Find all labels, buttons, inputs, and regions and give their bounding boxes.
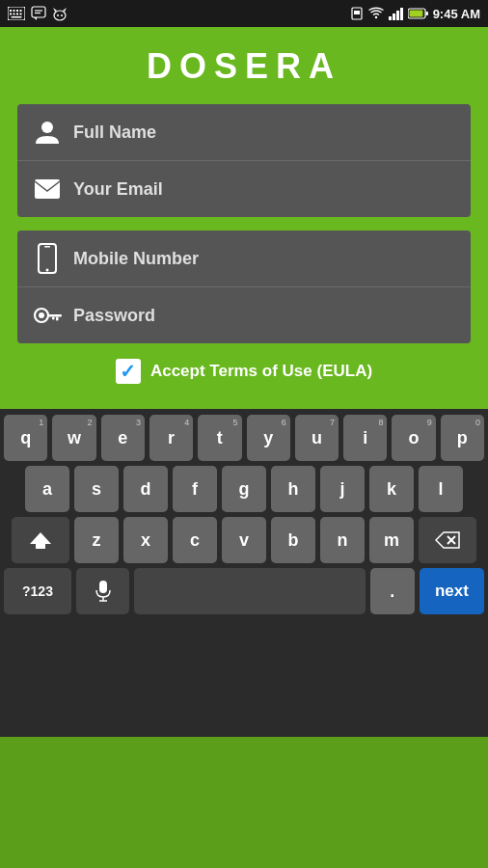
- svg-rect-2: [14, 10, 15, 12]
- svg-marker-38: [30, 532, 51, 549]
- mobile-field[interactable]: Mobile Number: [17, 231, 471, 287]
- svg-rect-3: [16, 10, 18, 12]
- key-c[interactable]: c: [173, 517, 217, 563]
- svg-rect-1: [10, 10, 12, 12]
- key-e[interactable]: e3: [101, 415, 145, 461]
- key-x[interactable]: x: [123, 517, 168, 563]
- keyboard-row-3: z x c v b n m: [4, 517, 484, 563]
- key-o[interactable]: o9: [392, 415, 435, 461]
- svg-rect-8: [20, 14, 22, 15]
- dot-key[interactable]: .: [370, 568, 415, 614]
- key-m[interactable]: m: [369, 517, 414, 563]
- key-q[interactable]: q1: [4, 415, 47, 461]
- key-n[interactable]: n: [320, 517, 365, 563]
- person-icon: [33, 118, 62, 147]
- svg-marker-11: [34, 17, 37, 20]
- battery-icon: [408, 8, 429, 19]
- mobile-label: Mobile Number: [73, 249, 199, 269]
- svg-point-32: [46, 269, 49, 272]
- chat-icon: [31, 6, 46, 21]
- password-field[interactable]: Password: [17, 287, 471, 343]
- sim-icon: [350, 7, 364, 20]
- svg-rect-41: [99, 581, 107, 593]
- key-b[interactable]: b: [271, 517, 315, 563]
- key-r[interactable]: r4: [149, 415, 193, 461]
- svg-rect-36: [56, 317, 59, 321]
- form-container: Full Name Your Email: [17, 104, 471, 343]
- key-u[interactable]: u7: [295, 415, 339, 461]
- checkbox-area[interactable]: ✓ Accept Terms of Use (EULA): [0, 343, 488, 393]
- svg-point-14: [54, 11, 66, 20]
- form-group-1: Full Name Your Email: [17, 104, 471, 217]
- shift-key[interactable]: [12, 517, 69, 563]
- svg-rect-4: [20, 10, 22, 12]
- backspace-key[interactable]: [419, 517, 476, 563]
- key-s[interactable]: s: [74, 466, 119, 512]
- mic-key[interactable]: [76, 568, 129, 614]
- svg-rect-22: [393, 14, 395, 20]
- key-t[interactable]: t5: [198, 415, 241, 461]
- cat-icon: [52, 6, 68, 21]
- email-field[interactable]: Your Email: [17, 161, 471, 217]
- svg-point-34: [39, 312, 44, 318]
- status-icons: [8, 6, 68, 21]
- key-g[interactable]: g: [222, 466, 266, 512]
- checkmark-icon: ✓: [120, 360, 136, 383]
- svg-rect-29: [35, 179, 60, 199]
- svg-rect-5: [10, 14, 12, 15]
- svg-point-17: [57, 14, 59, 16]
- fullname-field[interactable]: Full Name: [17, 104, 471, 161]
- email-icon: [33, 175, 62, 203]
- time-display: 9:45 AM: [433, 7, 480, 21]
- fullname-label: Full Name: [73, 122, 156, 143]
- svg-rect-35: [47, 314, 62, 317]
- key-a[interactable]: a: [25, 466, 69, 512]
- key-d[interactable]: d: [123, 466, 168, 512]
- keyboard-icon: [8, 7, 25, 20]
- app-title: DOSERA: [0, 27, 488, 104]
- key-i[interactable]: i8: [343, 415, 387, 461]
- form-group-2: Mobile Number Password: [17, 231, 471, 343]
- svg-rect-20: [354, 11, 360, 14]
- key-h[interactable]: h: [271, 466, 315, 512]
- svg-rect-24: [400, 8, 403, 20]
- key-w[interactable]: w2: [52, 415, 95, 461]
- num-symbols-key[interactable]: ?123: [4, 568, 71, 614]
- svg-rect-7: [16, 14, 18, 15]
- key-k[interactable]: k: [369, 466, 414, 512]
- svg-point-28: [41, 122, 53, 133]
- svg-rect-21: [389, 16, 392, 20]
- svg-rect-37: [52, 317, 55, 320]
- keyboard: q1 w2 e3 r4 t5 y6 u7 i8 o9 p0 a s d f g …: [0, 409, 488, 737]
- svg-rect-31: [44, 246, 50, 248]
- terms-checkbox[interactable]: ✓: [116, 359, 141, 384]
- terms-label: Accept Terms of Use (EULA): [150, 362, 372, 381]
- keyboard-row-4: ?123 . Next: [4, 568, 484, 614]
- phone-icon: [33, 244, 62, 273]
- status-bar: 9:45 AM: [0, 0, 488, 27]
- svg-point-18: [61, 14, 63, 16]
- wifi-icon: [367, 7, 385, 20]
- key-j[interactable]: j: [320, 466, 365, 512]
- key-l[interactable]: l: [419, 466, 463, 512]
- key-f[interactable]: f: [173, 466, 217, 512]
- svg-rect-27: [409, 11, 422, 17]
- key-y[interactable]: y6: [247, 415, 290, 461]
- spacebar-key[interactable]: [134, 568, 366, 614]
- svg-rect-9: [12, 16, 22, 18]
- signal-icon: [389, 7, 404, 20]
- status-right: 9:45 AM: [350, 7, 480, 21]
- key-v[interactable]: v: [222, 517, 266, 563]
- svg-rect-26: [425, 12, 428, 15]
- svg-rect-10: [32, 7, 45, 17]
- key-z[interactable]: z: [74, 517, 119, 563]
- svg-rect-23: [396, 11, 399, 20]
- app-area: DOSERA Full Name: [0, 27, 488, 409]
- next-key[interactable]: Next: [420, 568, 484, 614]
- keyboard-row-1: q1 w2 e3 r4 t5 y6 u7 i8 o9 p0: [4, 415, 484, 461]
- key-p[interactable]: p0: [441, 415, 484, 461]
- svg-rect-6: [14, 14, 15, 15]
- keyboard-row-2: a s d f g h j k l: [4, 466, 484, 512]
- password-label: Password: [73, 306, 155, 326]
- key-icon: [33, 301, 62, 330]
